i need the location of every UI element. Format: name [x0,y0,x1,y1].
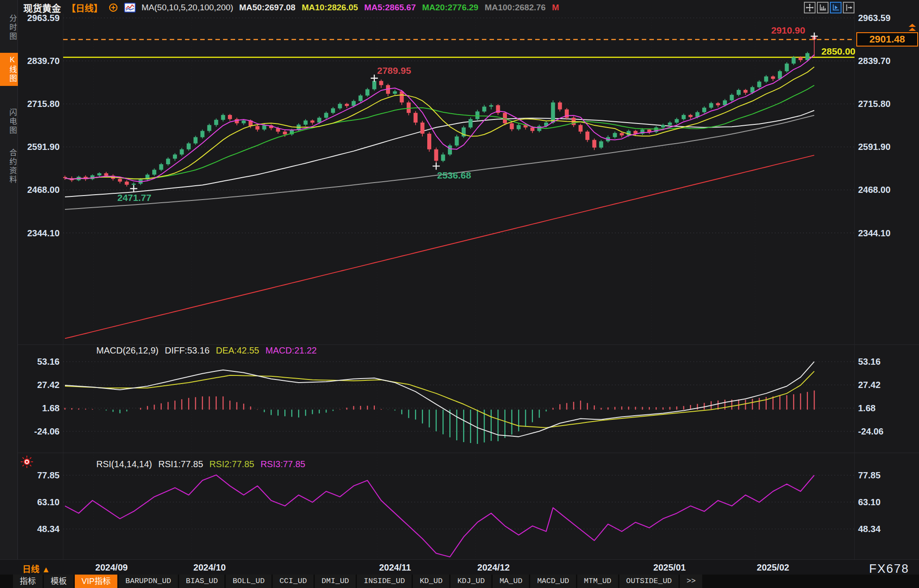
price-axis-label-right: 2468.00 [858,185,890,195]
sidebar-item-4[interactable]: 合约资料 [0,146,18,187]
price-axis-label-left: 2468.00 [27,185,60,195]
tab-mtm-ud[interactable]: MTM_UD [577,575,618,588]
tab-inside-ud[interactable]: INSIDE_UD [357,575,412,588]
price-axis-label-left: 2344.10 [27,228,60,238]
date-axis-label: 2025/02 [748,562,798,573]
price-axis-label-left: 2963.59 [27,13,60,23]
macd-title: MACD(26,12,9) [96,345,159,356]
annotation-peak-2789: 2789.95 [377,65,411,76]
chart-canvas[interactable]: 2963.592963.592839.702839.702715.802715.… [18,13,919,559]
date-axis-label: 2025/01 [645,562,694,573]
ma-values-group: MA50:2697.08MA10:2826.05MA5:2865.67MA20:… [239,3,559,13]
sidebar-item-1[interactable]: 分时图 [0,12,18,44]
chart-toolbar [804,2,855,13]
rsi-axis-label-left: 63.10 [37,497,60,507]
sidebar-item-3[interactable]: 闪电图 [0,106,18,138]
watermark-logo: FX678 [869,562,909,576]
axis-auto-icon[interactable] [830,2,842,13]
rsi-axis-label-left: 48.34 [37,524,60,534]
rsi-panel-header: RSI(14,14,14) RSI1:77.85 RSI2:77.85 RSI3… [96,459,305,469]
tab-ma-ud[interactable]: MA_UD [493,575,529,588]
tab--gt-gt-[interactable]: >> [680,575,702,588]
tab-outside-ud[interactable]: OUTSIDE_UD [619,575,679,588]
macd-panel-header: MACD(26,12,9) DIFF:53.16 DEA:42.55 MACD:… [96,345,317,356]
extreme-marker [130,185,137,192]
tab-bias-ud[interactable]: BIAS_UD [179,575,224,588]
trading-app-window: 分时图K线图闪电图合约资料 现货黄金 【日线】 MA(50,10,5,20,10… [0,0,919,588]
extreme-marker [811,33,818,40]
rsi-axis-label-right: 77.85 [858,470,880,480]
tab-barupdn-ud[interactable]: BARUPDN_UD [119,575,178,588]
date-axis-row: 日线 ▲ 2024/092024/102024/112024/122025/01… [0,559,919,575]
rsi-title: RSI(14,14,14) [96,459,152,469]
price-axis-label-right: 2839.70 [858,56,890,66]
period-tag: 【日线】 [67,1,103,14]
tab-kdj-ud[interactable]: KDJ_UD [451,575,491,588]
macd-axis-label-right: 1.68 [858,403,876,413]
rsi-axis-label-right: 63.10 [858,497,880,507]
annotation-high-2910: 2910.90 [771,25,805,36]
date-axis-label: 2024/09 [87,562,136,573]
macd-macd-value: MACD:21.22 [266,345,317,356]
circle-plus-icon[interactable] [108,3,118,13]
date-axis-label: 2024/10 [185,562,234,573]
price-axis-label-left: 2715.80 [27,99,60,109]
macd-diff-value: DIFF:53.16 [165,345,210,356]
macd-axis-label-right: 27.42 [858,380,880,390]
tab-指标[interactable]: 指标 [13,575,43,588]
macd-axis-label-left: 1.68 [42,403,60,413]
left-sidebar: 分时图K线图闪电图合约资料 [0,0,18,559]
last-price-tag: 2901.48 [856,32,918,47]
tab-cci-ud[interactable]: CCI_UD [273,575,313,588]
macd-axis-label-right: 53.16 [858,357,880,366]
pan-crosshair-icon[interactable] [804,2,816,13]
ma-value-3: MA5:2865.67 [364,3,416,13]
axis-scale-icon[interactable] [817,2,829,13]
tab-dmi-ud[interactable]: DMI_UD [315,575,356,588]
rsi3-value: RSI3:77.85 [261,459,305,469]
chart-header: 现货黄金 【日线】 MA(50,10,5,20,100,200) MA50:26… [23,1,559,14]
rsi1-value: RSI1:77.85 [159,459,203,469]
ma-value-2: MA10:2826.05 [302,3,358,13]
date-axis-label: 2024/11 [370,562,420,573]
annotation-level-2850: 2850.00 [812,46,855,57]
ma-value-4: MA20:2776.29 [422,3,478,13]
symbol-title: 现货黄金 [23,1,61,14]
macd-axis-label-left: -24.06 [34,426,60,436]
rsi2-value: RSI2:77.85 [210,459,254,469]
period-dropdown[interactable]: 日线 ▲ [22,562,50,575]
axis-shift-icon[interactable] [843,2,855,13]
macd-histogram [65,391,814,444]
sidebar-item-2[interactable]: K线图 [0,53,18,86]
extreme-marker [433,162,440,170]
indicator-tab-bar: 指标模板VIP指标BARUPDN_UDBIAS_UDBOLL_UDCCI_UDD… [0,575,919,588]
price-axis-label-right: 2344.10 [858,228,890,238]
annotation-low-2471: 2471.77 [117,192,151,203]
price-axis-label-right: 2963.59 [858,13,890,23]
tab-模板[interactable]: 模板 [44,575,73,588]
tab-macd-ud[interactable]: MACD_UD [530,575,575,588]
macd-axis-label-left: 27.42 [37,380,60,390]
price-axis-label-right: 2591.90 [858,142,890,152]
ma-value-5: MA100:2682.76 [485,3,545,13]
annotation-low-2536: 2536.68 [437,170,471,181]
date-axis-label: 2024/12 [469,562,518,573]
macd-dea-value: DEA:42.55 [216,345,259,356]
ma-value-6: M [552,3,559,13]
mini-chart-icon[interactable] [124,3,136,13]
tab-boll-ud[interactable]: BOLL_UD [226,575,271,588]
price-axis-label-left: 2591.90 [27,142,60,152]
tab-kd-ud[interactable]: KD_UD [413,575,449,588]
rsi-axis-label-left: 77.85 [37,470,60,480]
indicator-settings-sun-icon[interactable] [21,456,33,470]
macd-axis-label-right: -24.06 [858,426,884,436]
tab-vip指标[interactable]: VIP指标 [75,575,117,588]
price-axis-label-left: 2839.70 [27,56,60,66]
ma-value-1: MA50:2697.08 [239,3,296,13]
price-axis-label-right: 2715.80 [858,99,890,109]
rsi-axis-label-right: 48.34 [858,524,881,534]
macd-axis-label-left: 53.16 [37,357,60,366]
ma-settings-label: MA(50,10,5,20,100,200) [142,3,233,13]
